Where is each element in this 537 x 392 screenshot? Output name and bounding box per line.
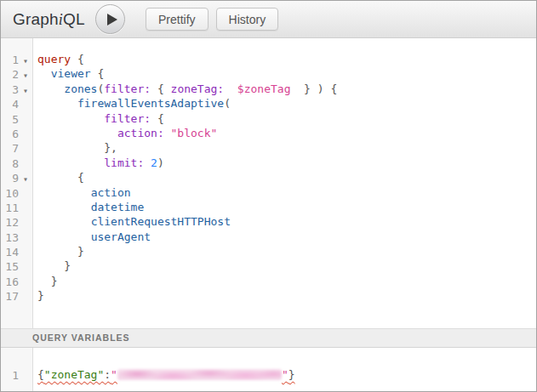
fold-arrow-icon[interactable]: ▾ xyxy=(19,68,32,82)
code-token xyxy=(37,112,104,125)
code-token: filter: xyxy=(104,112,151,125)
fold-arrow-icon[interactable]: ▾ xyxy=(19,83,32,98)
code-token: { xyxy=(151,112,164,125)
line-number: 1 xyxy=(1,368,19,383)
line-number: 11 xyxy=(1,201,19,215)
history-button[interactable]: History xyxy=(216,8,279,31)
code-token: 2 xyxy=(151,156,157,169)
code-token: $zoneTag xyxy=(237,82,291,95)
code-token xyxy=(37,97,77,110)
code-line[interactable]: datetime xyxy=(37,201,535,215)
query-editor-gutter-rows: 1▾2▾3▾456789▾1011121314151617 xyxy=(1,53,33,304)
variables-editor-gutter-rows: 1 xyxy=(1,368,33,383)
code-token xyxy=(37,215,91,228)
code-token: "block" xyxy=(171,127,218,139)
query-variables-title-bar[interactable]: QUERY VARIABLES xyxy=(1,328,536,348)
fold-arrow-icon[interactable]: ▾ xyxy=(19,54,32,68)
code-token: filter: xyxy=(104,82,151,95)
code-line[interactable]: userAgent xyxy=(37,230,535,245)
code-line[interactable]: } xyxy=(37,259,535,274)
line-number: 5 xyxy=(1,112,19,127)
code-token: } xyxy=(37,275,57,287)
graphiql-app: GraphiQL Prettify History 1▾2▾3▾456789▾1… xyxy=(0,0,537,392)
code-token xyxy=(37,82,64,95)
code-token: " xyxy=(111,368,117,381)
logo-text-ql: QL xyxy=(63,10,85,28)
code-token: " xyxy=(282,368,288,381)
code-token: firewallEventsAdaptive xyxy=(77,97,224,110)
code-token: query xyxy=(37,53,71,65)
redacted-zone-tag-value xyxy=(117,369,282,380)
code-token xyxy=(144,156,151,169)
code-token: zones xyxy=(64,82,97,95)
code-token: zoneTag: xyxy=(171,82,225,95)
code-line[interactable]: viewer { xyxy=(37,67,535,82)
code-line[interactable]: } xyxy=(37,245,535,259)
query-editor-code[interactable]: query { viewer { zones(filter: { zoneTag… xyxy=(37,53,535,304)
line-number: 16 xyxy=(1,275,19,289)
code-token: datetime xyxy=(91,201,145,213)
code-token xyxy=(37,127,117,139)
code-token: viewer xyxy=(51,67,91,80)
code-token xyxy=(164,127,171,139)
code-token xyxy=(37,230,91,243)
topbar: GraphiQL Prettify History xyxy=(1,1,536,38)
code-line[interactable]: action xyxy=(37,186,535,201)
line-number: 17 xyxy=(1,289,19,304)
line-number: 6 xyxy=(1,127,19,141)
logo-text-graph: Graph xyxy=(13,10,59,28)
line-number: 2 xyxy=(1,67,19,82)
prettify-button[interactable]: Prettify xyxy=(146,8,209,31)
code-token xyxy=(37,201,91,213)
line-number: 14 xyxy=(1,245,19,259)
code-token xyxy=(224,82,237,95)
code-line[interactable]: } xyxy=(37,275,535,289)
line-number: 4 xyxy=(1,97,19,111)
code-token: { xyxy=(91,67,105,80)
code-token: { xyxy=(37,368,44,381)
code-token: { xyxy=(71,53,84,65)
code-token: limit: xyxy=(104,156,144,169)
code-token xyxy=(37,186,91,199)
code-line[interactable]: action: "block" xyxy=(37,127,535,141)
code-line[interactable]: zones(filter: { zoneTag: $zoneTag } ) { xyxy=(37,82,535,97)
line-number: 12 xyxy=(1,215,19,230)
code-token: action: xyxy=(117,127,164,139)
code-token: ) xyxy=(157,156,164,169)
variables-editor[interactable]: 1 {"zoneTag":""} xyxy=(1,348,536,392)
code-line[interactable]: } xyxy=(37,289,535,304)
fold-arrow-icon[interactable]: ▾ xyxy=(19,172,32,186)
line-number: 10 xyxy=(1,186,19,201)
code-line[interactable]: clientRequestHTTPHost xyxy=(37,215,535,230)
line-number: 3 xyxy=(1,82,19,97)
code-token: } xyxy=(37,289,44,302)
line-number: 9 xyxy=(1,171,19,185)
code-token xyxy=(37,67,51,80)
play-icon xyxy=(107,14,117,26)
variables-editor-code[interactable]: {"zoneTag":""} xyxy=(37,368,535,383)
code-line[interactable]: }, xyxy=(37,141,535,156)
code-line[interactable]: firewallEventsAdaptive( xyxy=(37,97,535,111)
code-line[interactable]: filter: { xyxy=(37,112,535,127)
execute-query-button[interactable] xyxy=(95,4,125,34)
line-number: 1 xyxy=(1,53,19,67)
code-line[interactable]: query { xyxy=(37,53,535,67)
code-token: } xyxy=(37,259,71,272)
line-number: 7 xyxy=(1,141,19,156)
code-line[interactable]: limit: 2) xyxy=(37,156,535,171)
code-token: action xyxy=(91,186,131,199)
line-number: 13 xyxy=(1,230,19,245)
code-token: clientRequestHTTPHost xyxy=(91,215,231,228)
code-token: } xyxy=(288,368,295,381)
code-token: } ) { xyxy=(290,82,337,95)
line-number: 15 xyxy=(1,259,19,274)
code-line[interactable]: { xyxy=(37,171,535,185)
line-number: 8 xyxy=(1,156,19,171)
code-token: { xyxy=(37,171,84,184)
code-token: : xyxy=(104,368,111,381)
code-token: { xyxy=(151,82,170,95)
query-editor[interactable]: 1▾2▾3▾456789▾1011121314151617 query { vi… xyxy=(1,38,536,328)
code-line[interactable]: {"zoneTag":""} xyxy=(37,368,535,383)
graphiql-logo: GraphiQL xyxy=(13,10,83,29)
code-token: userAgent xyxy=(91,230,151,243)
